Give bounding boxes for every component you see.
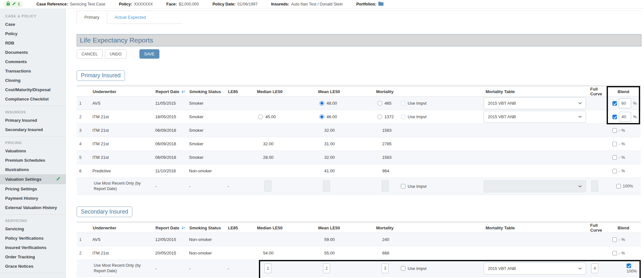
sidebar-item-label: Case xyxy=(5,22,15,27)
sidebar-item-label: Order Tracking xyxy=(5,254,35,259)
sidebar-item-order-tracking[interactable]: Order Tracking xyxy=(0,252,66,262)
sidebar-item-documents[interactable]: Documents xyxy=(0,48,66,57)
median-le50-input[interactable] xyxy=(264,180,271,192)
sidebar-item-label: Policy Verifications xyxy=(5,236,43,241)
sidebar-item-policy-verifications[interactable]: Policy Verifications xyxy=(0,234,66,243)
policy-date-field: Policy Date: 01/06/1997 xyxy=(213,2,258,6)
sidebar-item-secondary-insured[interactable]: Secondary Insured xyxy=(0,125,66,134)
sidebar-section-title: AUDIT LOG xyxy=(0,274,66,278)
mean-le50-radio[interactable] xyxy=(319,114,324,119)
col-report-date[interactable]: Report Date xyxy=(154,225,188,230)
table-row: 6 Predictive 11/10/2018 Non-smoker 41.00… xyxy=(77,164,641,178)
sidebar-item-valuations[interactable]: Valuations xyxy=(0,146,66,156)
sidebar-item-pricing-settings[interactable]: Pricing Settings xyxy=(0,184,66,194)
mortality-table-select[interactable]: 2015 VBT ANB xyxy=(484,263,586,274)
sidebar-item-policy[interactable]: Policy xyxy=(0,29,66,38)
sidebar-item-label: Valuation Settings xyxy=(5,177,42,182)
sidebar-item-label: Comments xyxy=(5,59,27,64)
sidebar-item-grace-notices[interactable]: Grace Notices xyxy=(0,262,66,271)
mortality-input[interactable] xyxy=(382,264,389,273)
sidebar-item-label: Policy xyxy=(5,31,17,36)
sidebar-section-title: CASE & POLICY xyxy=(0,11,66,20)
blend-percent-input[interactable] xyxy=(619,98,631,108)
save-button[interactable]: SAVE xyxy=(139,49,159,59)
sidebar-item-label: Documents xyxy=(5,50,28,55)
sidebar-item-label: Payment History xyxy=(5,196,38,201)
main-content: Primary Actual Expected Life Expectancy … xyxy=(66,9,644,278)
col-full-curve: Full Curve xyxy=(587,223,608,233)
col-blend: Blend xyxy=(608,89,641,94)
median-le50-radio[interactable] xyxy=(258,114,263,119)
use-impvt-checkbox[interactable] xyxy=(401,184,405,188)
mean-le50-input[interactable] xyxy=(323,180,330,192)
sidebar-item-premium-schedules[interactable]: Premium Schedules xyxy=(0,156,66,165)
col-mean-le50: Mean LE50 xyxy=(317,225,374,230)
table-header-row: Underwriter Report Date Smoking Status L… xyxy=(77,223,641,233)
blend-checkbox[interactable] xyxy=(612,155,617,160)
sidebar-item-label: Primary Insured xyxy=(5,118,37,123)
folder-icon[interactable] xyxy=(378,1,384,7)
use-impvt-checkbox[interactable] xyxy=(401,266,405,271)
mortality-table-select[interactable] xyxy=(484,180,586,192)
status-pill: 1 xyxy=(3,1,23,8)
sort-icon[interactable] xyxy=(181,226,185,230)
sidebar-item-label: RDB xyxy=(5,41,14,45)
secondary-insured-section-title: Secondary Insured xyxy=(77,206,132,217)
blend-checkbox[interactable] xyxy=(612,251,617,255)
undo-button[interactable]: UNDO xyxy=(105,49,127,59)
sidebar-item-payment-history[interactable]: Payment History xyxy=(0,194,66,203)
mortality-radio[interactable] xyxy=(377,101,382,106)
sidebar-item-insured-verifications[interactable]: Insured Verifications xyxy=(0,243,66,252)
mortality-table-select[interactable]: 2015 VBT ANB xyxy=(484,111,586,123)
mortality-input[interactable] xyxy=(382,180,389,192)
median-le50-input[interactable] xyxy=(264,264,271,273)
blend-checkbox[interactable] xyxy=(612,115,617,119)
blend-checkbox[interactable] xyxy=(612,142,617,146)
table-row: 5 ITM 21st 06/09/2018 Smoker 28.00 32.00… xyxy=(77,151,641,164)
blend-percent-input[interactable] xyxy=(619,112,631,122)
tab-filler xyxy=(153,11,182,24)
sidebar-item-closing[interactable]: Closing xyxy=(0,76,66,85)
action-buttons: CANCEL UNDO SAVE xyxy=(77,49,641,59)
mean-le50-radio[interactable] xyxy=(319,101,324,106)
sidebar-item-primary-insured[interactable]: Primary Insured xyxy=(0,116,66,125)
sort-icon[interactable] xyxy=(181,90,185,94)
sidebar-item-rdb[interactable]: RDB xyxy=(0,38,66,48)
col-mortality-table: Mortality Table xyxy=(481,89,587,94)
cancel-button[interactable]: CANCEL xyxy=(77,49,103,59)
blend-100-checkbox[interactable] xyxy=(616,184,621,188)
blend-checkbox[interactable] xyxy=(612,101,617,106)
table-row: 2 ITM 21st 18/05/2015 Smoker 45.00 46.00… xyxy=(77,110,641,124)
tabbar: Primary Actual Expected xyxy=(77,11,641,24)
sidebar-item-servicing[interactable]: Servicing xyxy=(0,224,66,234)
blend-checkbox[interactable] xyxy=(612,169,617,173)
sidebar-item-external-valuation-history[interactable]: External Valuation History xyxy=(0,203,66,212)
use-impvt-checkbox[interactable] xyxy=(401,115,405,119)
col-smoking-status: Smoking Status xyxy=(188,225,226,230)
sidebar-item-case[interactable]: Case xyxy=(0,20,66,29)
col-le85: LE85 xyxy=(226,225,255,230)
primary-insured-section-title: Primary Insured xyxy=(77,70,125,81)
mean-le50-input[interactable] xyxy=(323,264,330,273)
full-curve-input[interactable] xyxy=(591,264,598,273)
mortality-radio[interactable] xyxy=(377,114,382,119)
sidebar-item-label: Servicing xyxy=(5,226,24,231)
tab-primary[interactable]: Primary xyxy=(77,11,107,24)
full-curve-input[interactable] xyxy=(591,180,598,192)
sidebar-item-valuation-settings[interactable]: Valuation Settings xyxy=(0,174,66,184)
blend-checkbox[interactable] xyxy=(612,128,617,133)
policy-field: Policy: XXXXXXX xyxy=(119,2,153,6)
sidebar-item-illustrations[interactable]: Illustrations xyxy=(0,165,66,174)
col-report-date[interactable]: Report Date xyxy=(154,89,188,94)
sidebar-item-compliance-checklist[interactable]: Compliance Checklist xyxy=(0,94,66,104)
blend-100-checkbox[interactable] xyxy=(627,264,631,268)
use-impvt-checkbox[interactable] xyxy=(401,101,405,106)
sidebar-item-comments[interactable]: Comments xyxy=(0,57,66,66)
mortality-table-select[interactable]: 2015 VBT ANB xyxy=(484,97,586,109)
blend-checkbox[interactable] xyxy=(612,237,617,242)
tab-actual-expected[interactable]: Actual Expected xyxy=(107,11,154,24)
sidebar-item-transactions[interactable]: Transactions xyxy=(0,66,66,76)
portfolios-field: Portfolios: xyxy=(356,1,384,7)
sidebar-item-label: Insured Verifications xyxy=(5,245,46,250)
sidebar-item-cost-maturity-disposal[interactable]: Cost/Maturity/Disposal xyxy=(0,85,66,94)
